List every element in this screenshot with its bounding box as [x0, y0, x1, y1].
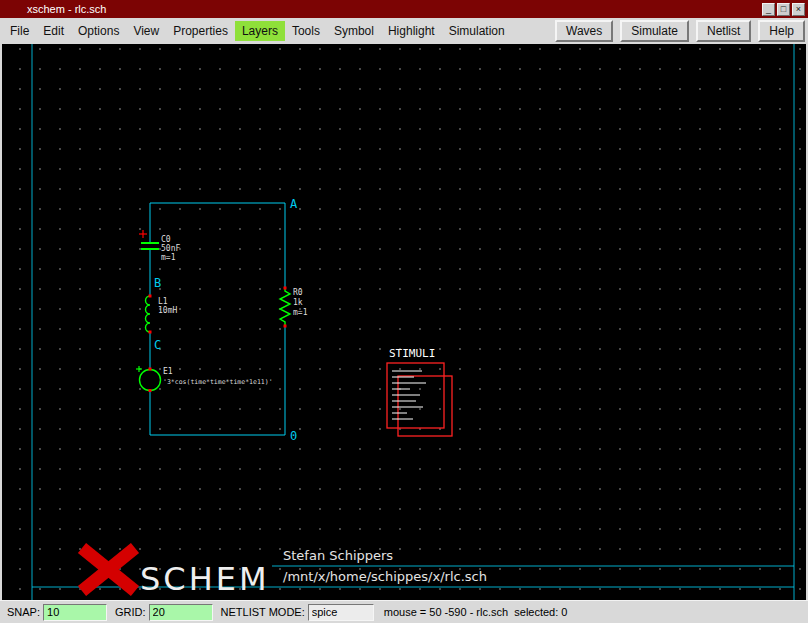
xschem-logo-text: SCHEM — [140, 560, 270, 598]
simulate-button[interactable]: Simulate — [620, 20, 689, 42]
author-text: Stefan Schippers — [283, 548, 393, 563]
net-label-a[interactable]: A — [290, 197, 298, 211]
titleblock: SCHEM Stefan Schippers /mnt/x/home/schip… — [82, 548, 487, 598]
menu-layers[interactable]: Layers — [235, 21, 285, 41]
menu-view[interactable]: View — [126, 21, 166, 41]
close-icon[interactable]: × — [792, 3, 805, 16]
netlist-button[interactable]: Netlist — [696, 20, 751, 42]
capacitor-value: 50nF — [161, 244, 180, 253]
netlist-mode-label: NETLIST MODE: — [221, 606, 305, 618]
resistor-name: R0 — [293, 288, 303, 297]
netlist-mode-input[interactable] — [308, 604, 374, 621]
capacitor-mult: m=1 — [161, 253, 176, 262]
source-value: '3*cos(time*time*time*1e11)' — [163, 378, 273, 386]
inductor-pin-bottom — [149, 331, 152, 334]
schematic-canvas[interactable]: A B C 0 C0 50nF m=1 L1 10mH — [2, 44, 806, 600]
waves-button[interactable]: Waves — [555, 20, 613, 42]
net-label-c[interactable]: C — [154, 338, 161, 352]
menu-simulation[interactable]: Simulation — [442, 21, 512, 41]
title-bar[interactable]: xschem - rlc.sch _ □ × — [0, 0, 808, 18]
stimuli-text-lines — [392, 371, 426, 419]
grid-label: GRID: — [115, 606, 146, 618]
help-button[interactable]: Help — [758, 20, 805, 42]
menu-symbol[interactable]: Symbol — [327, 21, 381, 41]
resistor-zigzag — [280, 288, 290, 326]
mouse-info: mouse = 50 -590 - rlc.sch selected: 0 — [384, 606, 568, 618]
snap-label: SNAP: — [7, 606, 40, 618]
source-name: E1 — [163, 367, 173, 376]
snap-input[interactable] — [43, 604, 107, 621]
resistor-pin-top — [284, 287, 287, 290]
resistor-pin-bottom — [284, 325, 287, 328]
voltage-source-symbol[interactable]: E1 '3*cos(time*time*time*1e11)' — [136, 366, 273, 392]
inductor-pin-top — [149, 295, 152, 298]
source-circle — [140, 370, 161, 391]
capacitor-symbol[interactable]: C0 50nF m=1 — [139, 230, 180, 262]
status-bar: SNAP: GRID: NETLIST MODE: mouse = 50 -59… — [0, 600, 808, 623]
stimuli-label: STIMULI — [389, 347, 435, 360]
menu-edit[interactable]: Edit — [36, 21, 71, 41]
inductor-symbol[interactable]: L1 10mH — [146, 295, 178, 334]
menu-bar: File Edit Options View Properties Layers… — [0, 18, 808, 44]
resistor-mult: m=1 — [293, 308, 308, 317]
file-path-text: /mnt/x/home/schippes/x/rlc.sch — [283, 569, 487, 584]
window-controls: _ □ × — [762, 3, 805, 16]
inductor-value: 10mH — [158, 306, 177, 315]
resistor-symbol[interactable]: R0 1k m=1 — [280, 287, 308, 328]
source-pin-bottom — [149, 389, 152, 392]
source-pin-top — [149, 368, 152, 371]
grid-input[interactable] — [149, 604, 213, 621]
inductor-coil — [146, 296, 151, 332]
stimuli-block[interactable]: STIMULI — [387, 347, 452, 436]
menu-tools[interactable]: Tools — [285, 21, 327, 41]
menu-file[interactable]: File — [3, 21, 36, 41]
menu-highlight[interactable]: Highlight — [381, 21, 442, 41]
net-label-b[interactable]: B — [154, 276, 161, 290]
maximize-icon[interactable]: □ — [777, 3, 790, 16]
minimize-icon[interactable]: _ — [762, 3, 775, 16]
window-title: xschem - rlc.sch — [27, 3, 106, 15]
net-label-gnd[interactable]: 0 — [290, 429, 297, 443]
inductor-name: L1 — [158, 297, 168, 306]
resistor-value: 1k — [293, 298, 303, 307]
menu-properties[interactable]: Properties — [166, 21, 235, 41]
capacitor-name: C0 — [161, 235, 171, 244]
menu-options[interactable]: Options — [71, 21, 126, 41]
